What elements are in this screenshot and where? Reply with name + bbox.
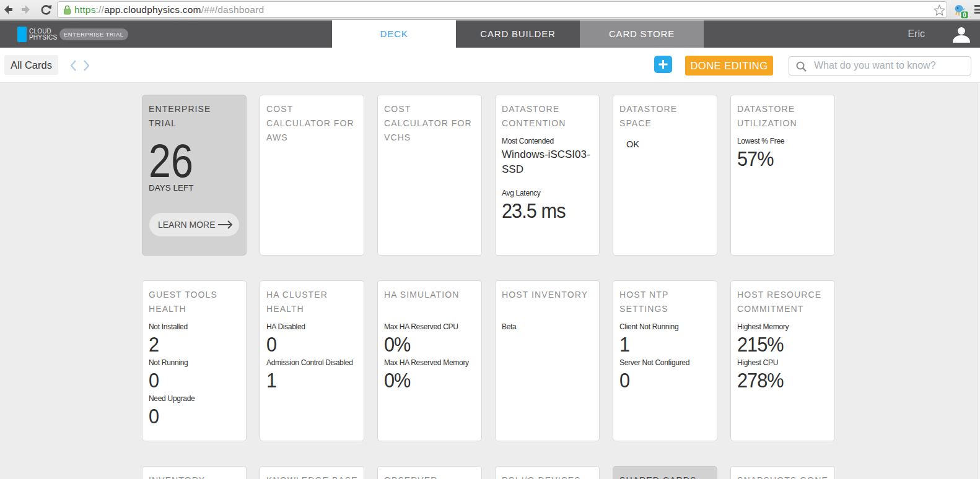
svg-text:0: 0 xyxy=(963,12,966,19)
